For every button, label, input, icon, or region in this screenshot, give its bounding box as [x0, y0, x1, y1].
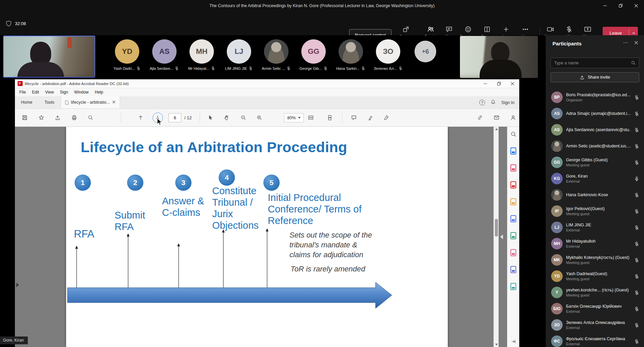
acrobat-close-button[interactable]: [506, 79, 519, 88]
leave-options-chevron[interactable]: [629, 31, 638, 35]
mic-muted-icon[interactable]: [634, 225, 639, 230]
participant-tile[interactable]: LJ LIM JING JIE: [220, 35, 258, 70]
select-tool-button[interactable]: [207, 115, 213, 121]
search-button[interactable]: [87, 115, 94, 121]
mic-muted-icon[interactable]: [634, 209, 639, 214]
mic-muted-icon[interactable]: [634, 323, 639, 328]
panel-more-button[interactable]: [623, 40, 628, 47]
mic-muted-icon[interactable]: [634, 306, 639, 311]
participant-row[interactable]: GG George Gibbs (Guest) Meeting guest: [546, 154, 644, 170]
mic-muted-icon[interactable]: [634, 95, 639, 100]
highlight-button[interactable]: [367, 115, 374, 121]
acrobat-titlebar[interactable]: lifecycle - arbitration.pdf - Adobe Acro…: [15, 79, 519, 88]
tab-close-button[interactable]: [112, 100, 116, 105]
participant-row[interactable]: MH Mr Hidayatulloh External: [546, 236, 644, 252]
tab-document[interactable]: lifecycle - arbitratio...: [61, 96, 120, 108]
mic-on-icon[interactable]: [634, 176, 639, 181]
document-viewport[interactable]: Lifecycle of an Arbitration Proceeding 1…: [15, 127, 519, 347]
participant-tile[interactable]: AS Ajla Serdare...: [146, 35, 183, 70]
notifications-bell-button[interactable]: [490, 99, 496, 106]
scroll-down-arrow[interactable]: [494, 342, 499, 347]
email-button[interactable]: [494, 115, 500, 121]
participant-tile[interactable]: YD Yash Dadri...: [108, 35, 146, 70]
fit-width-button[interactable]: [308, 115, 314, 121]
previous-page-button[interactable]: [138, 115, 144, 121]
tools-pane-toggle-icon[interactable]: [500, 234, 503, 239]
scroll-up-arrow[interactable]: [494, 127, 499, 131]
participant-row[interactable]: Armin Setic (asetic@student.ius....: [546, 138, 644, 154]
participant-row[interactable]: AS Adna Smajic (asmajic@student.i...: [546, 105, 644, 122]
zoom-level-dropdown[interactable]: 80%: [284, 113, 304, 122]
comment-button[interactable]: [351, 115, 357, 121]
tab-home[interactable]: Home: [15, 96, 38, 108]
mic-muted-icon[interactable]: [634, 160, 639, 165]
edit-pdf-icon[interactable]: [510, 266, 516, 273]
expand-tools-button[interactable]: [507, 339, 520, 344]
share-invite-button[interactable]: Share invite: [550, 72, 639, 82]
tab-tools[interactable]: Tools: [38, 96, 60, 108]
participant-row[interactable]: MK Mykhailo Kolesnyk(гость) (Guest) Meet…: [546, 252, 644, 268]
organize-pages-icon[interactable]: [510, 164, 516, 171]
fill-sign-icon[interactable]: [510, 249, 516, 256]
menu-item[interactable]: Edit: [29, 90, 42, 95]
zoom-out-button[interactable]: [240, 115, 246, 121]
overflow-participants-tile[interactable]: +6: [414, 35, 437, 62]
menu-item[interactable]: Window: [71, 90, 92, 95]
participant-row[interactable]: БЮ Батхін Олександр Юрійович External: [546, 301, 644, 317]
panel-close-button[interactable]: [634, 40, 639, 46]
participant-tile[interactable]: GG George Gib...: [295, 35, 332, 70]
participant-row[interactable]: IP Igor Petković(Guest) Meeting guest: [546, 203, 644, 219]
document-scrollbar[interactable]: [494, 127, 499, 347]
hand-tool-button[interactable]: [224, 115, 230, 121]
participant-tile[interactable]: ЗО Зеленко Ал...: [369, 35, 407, 70]
acrobat-minimize-button[interactable]: [479, 79, 492, 88]
menu-item[interactable]: View: [42, 90, 57, 95]
mic-muted-icon[interactable]: [634, 192, 639, 198]
mic-muted-icon[interactable]: [634, 127, 639, 132]
participant-tile[interactable]: MH Mr Hidayat...: [183, 35, 220, 70]
mic-muted-icon[interactable]: [634, 111, 639, 116]
nav-pane-toggle-icon[interactable]: [16, 283, 19, 287]
compress-pdf-icon[interactable]: [510, 232, 516, 239]
search-tool-icon[interactable]: [510, 131, 517, 138]
mic-muted-icon[interactable]: [634, 290, 639, 295]
comment-tool-icon[interactable]: [510, 198, 516, 205]
save-button[interactable]: [22, 115, 28, 121]
scrollbar-thumb[interactable]: [495, 219, 498, 237]
window-minimize-button[interactable]: [597, 0, 613, 12]
acrobat-restore-button[interactable]: [492, 79, 506, 88]
more-tools-icon[interactable]: [510, 283, 516, 290]
export-pdf-icon[interactable]: [510, 147, 516, 155]
scrolling-mode-button[interactable]: [327, 115, 333, 121]
participant-row[interactable]: Y yevhen.korotche... (гість) (Guest) Mee…: [546, 284, 644, 301]
share-file-button[interactable]: [55, 115, 61, 121]
video-tile-active-speaker[interactable]: [3, 36, 95, 78]
participant-row[interactable]: ЗО Зеленко Аліса Олександрівна External: [546, 317, 644, 333]
favorites-star-button[interactable]: [38, 115, 44, 121]
window-restore-button[interactable]: [613, 0, 628, 12]
participant-row[interactable]: AS Ajla Serdarevic (aserdarevic@stu...: [546, 122, 644, 138]
menu-item[interactable]: Help: [92, 90, 106, 95]
participant-row[interactable]: ФС Фролькіс Єлизавета Сергіївна External: [546, 333, 644, 347]
mic-muted-icon[interactable]: [634, 144, 639, 149]
mic-muted-icon[interactable]: [634, 241, 639, 246]
help-button[interactable]: ?: [479, 100, 485, 105]
participant-tile[interactable]: Armin Setic ...: [258, 35, 295, 70]
participant-row[interactable]: LJ LIM JING JIE External: [546, 219, 644, 236]
zoom-in-button[interactable]: [256, 115, 262, 121]
mic-muted-icon[interactable]: [634, 274, 639, 279]
menu-item[interactable]: Sign: [57, 90, 71, 95]
participant-row[interactable]: BP Boris Prastalo(bprastalo@ius.ed... Or…: [546, 89, 644, 105]
print-button[interactable]: [71, 115, 77, 121]
menu-item[interactable]: File: [16, 90, 29, 95]
participant-row[interactable]: YD Yash Dadriwal(Guest) Meeting guest: [546, 268, 644, 284]
sign-in-button[interactable]: Sign In: [501, 100, 515, 105]
combine-files-icon[interactable]: [510, 215, 516, 222]
participant-tile[interactable]: Hana Sarkin...: [332, 35, 369, 70]
create-pdf-icon[interactable]: [510, 181, 516, 188]
video-tile-attendee[interactable]: [460, 36, 538, 78]
page-number-input[interactable]: 6: [168, 113, 181, 122]
participant-row[interactable]: Hana Sarkinovic-Kose: [546, 187, 644, 203]
sign-button[interactable]: [383, 115, 389, 121]
mic-muted-icon[interactable]: [634, 339, 639, 344]
